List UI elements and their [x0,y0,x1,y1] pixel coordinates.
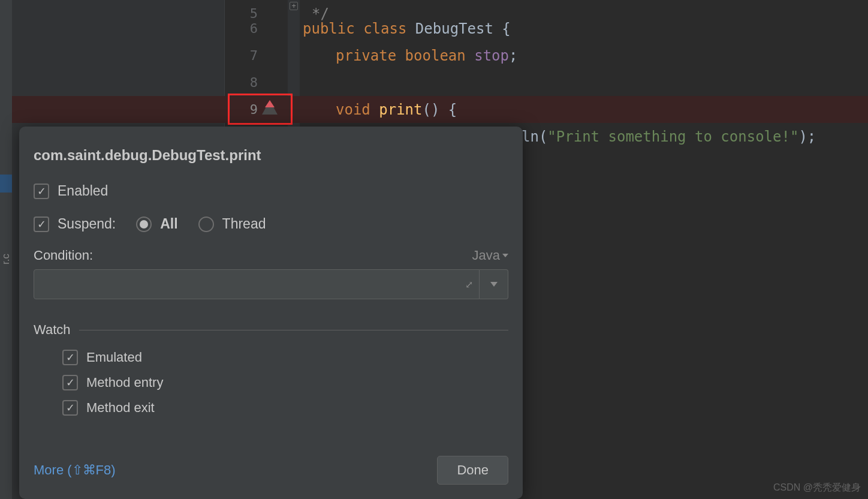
popup-title: com.saint.debug.DebugTest.print [19,143,523,175]
code-line-6: 6 public class DebugTest { [12,15,868,42]
language-dropdown[interactable]: Java [472,248,508,263]
condition-group: Condition: Java ⤢ [19,241,523,299]
method-entry-label: Method entry [86,375,163,390]
watermark: CSDN @秃秃爱健身 [773,482,861,494]
chevron-down-icon [490,282,498,287]
breakpoint-highlight-box [228,94,293,125]
enabled-row: Enabled [19,175,523,208]
watch-section: Watch Emulated Method entry Method exit [19,299,523,420]
line-number: 8 [240,75,258,90]
done-button[interactable]: Done [437,456,508,485]
enabled-label: Enabled [58,183,108,199]
more-link[interactable]: More (⇧⌘F8) [34,462,116,478]
code-line-8: 8 [12,69,868,96]
method-entry-row: Method entry [62,370,508,395]
emulated-checkbox[interactable] [62,350,78,365]
method-exit-label: Method exit [86,400,155,416]
separator [79,330,508,330]
expand-icon[interactable]: ⤢ [465,279,473,290]
suspend-all-radio[interactable] [136,217,152,232]
suspend-row: Suspend: All Thread [19,208,523,241]
line-number: 7 [240,48,258,63]
enabled-checkbox[interactable] [34,184,49,199]
method-exit-checkbox[interactable] [62,400,78,416]
code-line-9: 9 void print() { [12,96,868,123]
condition-label: Condition: [34,248,93,263]
sidebar-selection [0,175,12,193]
fold-close-icon[interactable] [290,2,298,10]
suspend-thread-radio[interactable] [198,217,214,232]
breakpoint-config-popup: com.saint.debug.DebugTest.print Enabled … [19,127,523,499]
code-text: private boolean stop; [336,47,517,64]
line-number: 6 [240,21,258,36]
code-text: public class DebugTest { [303,20,511,37]
emulated-row: Emulated [62,345,508,370]
suspend-thread-label: Thread [222,216,266,232]
condition-input[interactable]: ⤢ [34,269,480,299]
suspend-checkbox[interactable] [34,217,49,232]
project-sidebar: r.c [0,0,12,499]
code-text: void print() { [336,101,457,118]
code-text: ln("Print something to console!"); [522,128,816,145]
sidebar-truncated: r.c [0,254,12,264]
suspend-all-label: All [160,216,177,232]
chevron-down-icon [502,254,508,257]
method-entry-checkbox[interactable] [62,375,78,390]
suspend-label: Suspend: [58,216,116,232]
method-exit-row: Method exit [62,395,508,420]
condition-history-dropdown[interactable] [480,269,508,299]
code-line-7: 7 private boolean stop; [12,42,868,69]
watch-label: Watch [34,322,71,338]
emulated-label: Emulated [86,350,142,365]
popup-footer: More (⇧⌘F8) Done [34,456,508,485]
